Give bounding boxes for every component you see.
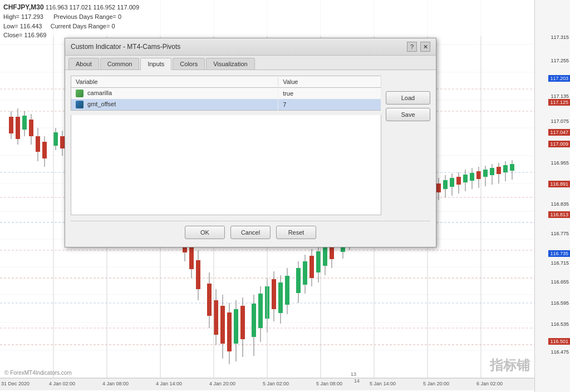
price-117075: 117.075: [551, 118, 569, 124]
svg-text:4 Jan 02:00: 4 Jan 02:00: [49, 381, 75, 386]
dialog-close-button[interactable]: ✕: [420, 42, 430, 52]
price-axis: 117.315 117.255 117.203 117.135 117.125 …: [534, 0, 570, 392]
tab-colors[interactable]: Colors: [173, 58, 205, 70]
svg-rect-114: [309, 256, 314, 278]
price-117125-highlight: 117.125: [548, 99, 570, 106]
price-116595: 116.595: [551, 300, 569, 306]
svg-text:5 Jan 14:00: 5 Jan 14:00: [370, 381, 396, 386]
svg-text:5 Jan 20:00: 5 Jan 20:00: [423, 381, 449, 386]
price-116535: 116.535: [551, 321, 569, 327]
svg-rect-104: [272, 279, 276, 309]
chart-logo: 指标铺: [490, 356, 530, 374]
svg-text:4 Jan 14:00: 4 Jan 14:00: [156, 381, 182, 386]
svg-text:4 Jan 20:00: 4 Jan 20:00: [209, 381, 235, 386]
price-116835: 116.835: [551, 201, 569, 207]
ok-button[interactable]: OK: [185, 226, 225, 239]
svg-rect-38: [29, 120, 33, 136]
svg-rect-92: [227, 312, 232, 351]
price-117255: 117.255: [551, 58, 569, 63]
svg-text:13: 13: [351, 371, 356, 377]
price-116655: 116.655: [551, 279, 569, 285]
col-variable: Variable: [71, 76, 278, 88]
svg-text:14: 14: [354, 378, 360, 384]
svg-rect-82: [189, 245, 194, 269]
svg-rect-36: [22, 116, 27, 130]
price-116501-highlight: 116.501: [548, 338, 570, 345]
col-value: Value: [278, 76, 381, 88]
tab-common[interactable]: Common: [100, 58, 140, 70]
svg-rect-156: [463, 175, 468, 182]
tab-inputs[interactable]: Inputs: [140, 58, 171, 70]
reset-button[interactable]: Reset: [276, 226, 316, 239]
svg-rect-84: [196, 260, 200, 289]
price-117135: 117.135: [551, 93, 569, 99]
svg-rect-112: [303, 261, 307, 285]
gmt-offset-label: gmt_offset: [87, 101, 116, 107]
price-116955: 116.955: [551, 160, 569, 166]
svg-rect-32: [9, 117, 13, 133]
tab-visualization[interactable]: Visualization: [206, 58, 255, 70]
price-116775: 116.775: [551, 231, 569, 236]
table-section: Variable Value camarilla true: [71, 76, 381, 215]
price-116735-highlight: 116.735: [548, 250, 570, 257]
price-116813-highlight: 116.813: [548, 211, 570, 218]
row2-value[interactable]: 7: [278, 99, 381, 111]
table-empty-area: [71, 115, 381, 215]
save-button[interactable]: Save: [386, 108, 430, 121]
svg-rect-168: [503, 165, 508, 172]
tab-about[interactable]: About: [68, 58, 99, 70]
svg-text:31 Dec 2020: 31 Dec 2020: [1, 381, 30, 386]
svg-rect-148: [436, 183, 441, 192]
dialog-content: Variable Value camarilla true: [65, 70, 436, 247]
price-117203-highlight: 117.203: [548, 75, 570, 82]
gmt-offset-icon: [76, 101, 83, 108]
svg-rect-170: [510, 164, 514, 171]
dialog-title: Custom Indicator - MT4-Cams-Pivots: [71, 43, 180, 51]
dialog: Custom Indicator - MT4-Cams-Pivots ? ✕ A…: [65, 38, 436, 247]
dialog-help-button[interactable]: ?: [407, 42, 417, 52]
tab-bar: About Common Inputs Colors Visualization: [65, 56, 436, 70]
table-row[interactable]: gmt_offset 7: [71, 99, 381, 111]
svg-text:6 Jan 02:00: 6 Jan 02:00: [476, 381, 503, 386]
svg-rect-42: [42, 142, 47, 158]
svg-rect-46: [60, 136, 65, 148]
price-116475: 116.475: [551, 349, 569, 355]
svg-rect-88: [214, 300, 218, 335]
price-117315: 117.315: [551, 34, 569, 40]
svg-rect-98: [252, 304, 256, 337]
svg-rect-90: [220, 306, 225, 344]
price-117009-highlight: 117.009: [548, 141, 570, 147]
main-area: Variable Value camarilla true: [71, 76, 430, 215]
row1-value[interactable]: true: [278, 88, 381, 100]
svg-rect-94: [234, 309, 238, 344]
svg-rect-158: [470, 173, 474, 181]
svg-rect-166: [497, 167, 501, 174]
row2-variable: gmt_offset: [71, 99, 278, 111]
svg-rect-118: [323, 246, 327, 266]
svg-rect-162: [483, 170, 488, 177]
svg-rect-40: [36, 136, 40, 152]
bottom-buttons: OK Cancel Reset: [71, 221, 430, 241]
svg-rect-86: [207, 284, 212, 316]
price-116715: 116.715: [551, 260, 569, 266]
svg-rect-108: [285, 276, 289, 305]
cancel-button[interactable]: Cancel: [230, 226, 271, 239]
svg-rect-154: [456, 177, 461, 185]
load-button[interactable]: Load: [386, 91, 430, 105]
table-row[interactable]: camarilla true: [71, 88, 381, 100]
svg-rect-44: [53, 132, 58, 146]
inputs-table: Variable Value camarilla true: [71, 76, 381, 111]
svg-text:4 Jan 08:00: 4 Jan 08:00: [102, 381, 129, 386]
dialog-titlebar[interactable]: Custom Indicator - MT4-Cams-Pivots ? ✕: [65, 38, 436, 56]
svg-rect-100: [258, 294, 263, 328]
row1-variable: camarilla: [71, 88, 278, 100]
button-section: Load Save: [386, 76, 430, 215]
svg-rect-96: [240, 306, 245, 339]
svg-text:5 Jan 02:00: 5 Jan 02:00: [263, 381, 289, 386]
svg-text:© ForexMT4Indicators.com: © ForexMT4Indicators.com: [4, 370, 72, 376]
svg-rect-150: [443, 180, 448, 189]
camarilla-label: camarilla: [87, 90, 112, 96]
svg-rect-164: [490, 168, 494, 175]
svg-rect-116: [316, 251, 321, 272]
svg-text:5 Jan 08:00: 5 Jan 08:00: [316, 381, 342, 386]
